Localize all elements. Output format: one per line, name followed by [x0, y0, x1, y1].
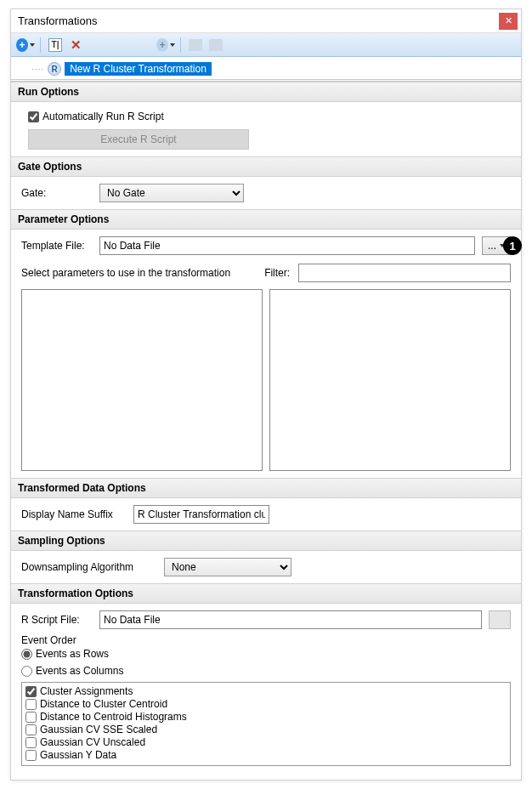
- output-option-label: Distance to Cluster Centroid: [40, 698, 167, 710]
- events-as-columns-label: Events as Columns: [36, 665, 123, 677]
- r-script-browse-button[interactable]: [489, 610, 511, 629]
- parameter-options-header: Parameter Options: [11, 209, 521, 230]
- output-option-checkbox[interactable]: [25, 712, 37, 723]
- add-item-button[interactable]: +: [156, 36, 175, 54]
- output-option-checkbox[interactable]: [25, 737, 37, 748]
- action-icon: [209, 39, 223, 51]
- output-option-checkbox[interactable]: [25, 750, 37, 761]
- output-option-checkbox[interactable]: [25, 699, 37, 710]
- close-icon: ✕: [505, 15, 512, 26]
- events-as-columns-radio[interactable]: Events as Columns: [21, 665, 511, 677]
- events-as-rows-radio[interactable]: Events as Rows: [21, 648, 511, 660]
- rename-button[interactable]: T|: [46, 36, 65, 54]
- ellipsis-icon: ...: [488, 240, 496, 252]
- tree-item-label: New R Cluster Transformation: [65, 62, 212, 76]
- select-parameters-label: Select parameters to use in the transfor…: [21, 267, 230, 279]
- display-name-suffix-input[interactable]: [133, 505, 269, 524]
- output-option-label: Cluster Assignments: [40, 685, 133, 697]
- titlebar: Transformations ✕: [11, 9, 521, 33]
- action-icon: [189, 39, 202, 51]
- r-icon: R: [48, 62, 61, 76]
- output-option[interactable]: Distance to Centroid Histograms: [25, 711, 507, 723]
- display-name-suffix-label: Display Name Suffix: [21, 508, 127, 520]
- toolbar-separator: [40, 37, 41, 53]
- transformation-tree: ···· R New R Cluster Transformation: [11, 57, 521, 82]
- text-edit-icon: T|: [48, 38, 62, 52]
- toolbar-action-b[interactable]: [207, 36, 225, 54]
- execute-script-label: Execute R Script: [100, 133, 176, 145]
- delete-icon: ✕: [71, 37, 82, 53]
- filter-input[interactable]: [298, 264, 511, 282]
- chevron-down-icon: [30, 43, 35, 47]
- close-button[interactable]: ✕: [499, 13, 518, 30]
- transformed-data-options-header: Transformed Data Options: [11, 478, 521, 498]
- gate-select[interactable]: No Gate: [99, 184, 244, 202]
- toolbar-action-a[interactable]: [186, 36, 205, 54]
- r-script-file-label: R Script File:: [21, 614, 93, 626]
- events-as-columns-input[interactable]: [21, 666, 32, 677]
- gate-options-header: Gate Options: [11, 156, 521, 177]
- output-option-label: Distance to Centroid Histograms: [40, 711, 187, 723]
- output-option-checkbox[interactable]: [25, 724, 37, 735]
- delete-button[interactable]: ✕: [66, 36, 85, 54]
- run-options-header: Run Options: [11, 82, 521, 102]
- transformed-data-options-body: Display Name Suffix: [11, 498, 521, 531]
- execute-script-button: Execute R Script: [28, 129, 249, 150]
- output-option-label: Gaussian Y Data: [40, 749, 116, 761]
- transformation-options-header: Transformation Options: [11, 583, 521, 604]
- template-file-label: Template File:: [21, 240, 93, 252]
- tree-connector: ····: [31, 65, 44, 74]
- output-options-list: Cluster Assignments Distance to Cluster …: [21, 682, 511, 766]
- r-script-file-input[interactable]: [99, 610, 482, 629]
- transformation-options-body: R Script File: Event Order Events as Row…: [11, 604, 521, 773]
- window-title: Transformations: [18, 14, 499, 27]
- output-option-label: Gaussian CV SSE Scaled: [40, 724, 157, 735]
- output-option-checkbox[interactable]: [25, 686, 37, 697]
- output-option[interactable]: Gaussian CV Unscaled: [25, 736, 507, 748]
- selected-parameters-list[interactable]: [269, 289, 511, 471]
- chevron-down-icon: [500, 244, 505, 247]
- events-as-rows-input[interactable]: [21, 649, 32, 660]
- tree-item[interactable]: ···· R New R Cluster Transformation: [18, 62, 514, 76]
- auto-run-checkbox[interactable]: Automatically Run R Script: [28, 111, 511, 122]
- add-transformation-button[interactable]: +: [16, 36, 35, 54]
- events-as-rows-label: Events as Rows: [36, 648, 109, 660]
- plus-icon: +: [16, 38, 28, 52]
- plus-icon: +: [156, 38, 168, 52]
- toolbar-separator: [180, 37, 181, 53]
- downsampling-select[interactable]: None: [164, 558, 291, 576]
- downsampling-label: Downsampling Algorithm: [21, 561, 157, 573]
- output-option[interactable]: Gaussian CV SSE Scaled: [25, 724, 507, 735]
- event-order-label: Event Order: [21, 634, 511, 646]
- sampling-options-header: Sampling Options: [11, 531, 521, 551]
- template-browse-button[interactable]: ...: [482, 236, 511, 255]
- output-option[interactable]: Gaussian Y Data: [25, 749, 507, 761]
- output-option[interactable]: Cluster Assignments: [25, 685, 507, 697]
- run-options-body: Automatically Run R Script Execute R Scr…: [11, 102, 521, 156]
- auto-run-checkbox-input[interactable]: [28, 111, 39, 122]
- auto-run-label: Automatically Run R Script: [42, 111, 164, 122]
- gate-label: Gate:: [21, 187, 93, 199]
- gate-options-body: Gate: No Gate: [11, 177, 521, 209]
- output-option[interactable]: Distance to Cluster Centroid: [25, 698, 507, 710]
- available-parameters-list[interactable]: [21, 289, 263, 471]
- toolbar: + T| ✕ +: [11, 33, 521, 57]
- output-option-label: Gaussian CV Unscaled: [40, 736, 145, 748]
- filter-label: Filter:: [264, 267, 290, 279]
- sampling-options-body: Downsampling Algorithm None: [11, 551, 521, 583]
- parameter-options-body: Template File: ... Select parameters to …: [11, 230, 521, 478]
- chevron-down-icon: [170, 43, 175, 47]
- template-file-input[interactable]: [99, 236, 475, 255]
